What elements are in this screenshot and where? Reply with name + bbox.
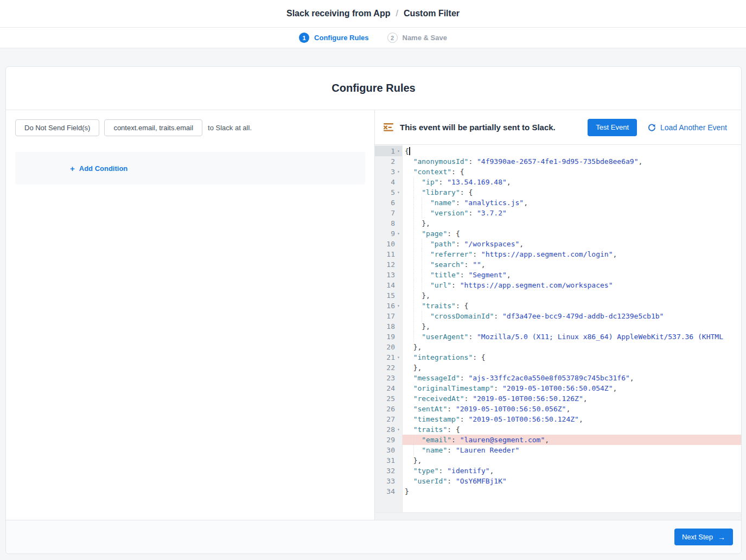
code-line[interactable]: { [403,146,741,156]
gutter-line-number: 18 [375,321,402,332]
event-preview-panel: This event will be partially sent to Sla… [375,110,741,520]
step-1-label: Configure Rules [314,34,368,42]
gutter-line-number[interactable]: 16▾ [375,301,402,311]
code-line[interactable]: "traits": { [403,424,741,435]
load-another-event-button[interactable]: Load Another Event [648,123,727,132]
gutter-line-number[interactable]: 1▾ [375,146,402,156]
code-area[interactable]: { "anonymousId": "4f9390ae-2657-4fe1-9d9… [403,145,741,512]
code-line[interactable]: "originalTimestamp": "2019-05-10T00:56:5… [403,383,741,393]
gutter-line-number: 19 [375,332,402,342]
gutter-line-number: 29 [375,435,402,445]
gutter-line-number[interactable]: 3▾ [375,167,402,177]
gutter-line-number: 14 [375,280,402,290]
gutter-line-number: 31 [375,455,402,466]
add-condition-label: Add Condition [79,164,128,173]
rule-suffix-text: to Slack at all. [208,124,252,132]
code-line-highlighted[interactable]: "email": "lauren@segment.com", [403,435,741,445]
code-line[interactable]: "title": "Segment", [403,270,741,280]
code-line[interactable]: "sentAt": "2019-05-10T00:56:50.056Z", [403,404,741,414]
code-line[interactable]: } [403,486,741,497]
load-another-event-label: Load Another Event [660,123,727,132]
rule-action-selector[interactable]: Do Not Send Field(s) [15,119,99,136]
code-line[interactable]: }, [403,342,741,352]
code-line[interactable]: "path": "/workspaces", [403,239,741,249]
json-editor[interactable]: 1▾23▾45▾6789▾10111213141516▾1718192021▾2… [375,144,741,520]
code-line[interactable]: "type": "identify", [403,466,741,476]
gutter-line-number[interactable]: 5▾ [375,187,402,198]
rule-fields-selector[interactable]: context.email, traits.email [104,119,202,136]
code-line[interactable]: }, [403,218,741,228]
status-text: This event will be partially sent to Sla… [400,123,581,132]
code-line[interactable]: "userAgent": "Mozilla/5.0 (X11; Linux x8… [403,332,741,342]
code-line[interactable]: "referrer": "https://app.segment.com/log… [403,249,741,259]
gutter-line-number: 32 [375,466,402,476]
code-line[interactable]: "receivedAt": "2019-05-10T00:56:50.126Z"… [403,393,741,404]
breadcrumb-parent[interactable]: Slack receiving from App [286,9,390,18]
breadcrumb-separator: / [396,9,398,18]
code-line[interactable]: "traits": { [403,301,741,311]
step-1-badge: 1 [299,33,309,43]
gutter-line-number: 25 [375,393,402,404]
code-line[interactable]: "anonymousId": "4f9390ae-2657-4fe1-9d95-… [403,156,741,167]
gutter-line-number: 10 [375,239,402,249]
gutter-line-number: 17 [375,311,402,321]
step-configure-rules[interactable]: 1 Configure Rules [299,33,368,43]
page-title: Configure Rules [331,82,415,94]
editor-scrollbar-track[interactable] [375,512,741,520]
gutter-line-number: 23 [375,373,402,383]
gutter-line-number: 22 [375,362,402,373]
gutter-line-number[interactable]: 9▾ [375,228,402,239]
code-line[interactable]: "userId": "OsY6MFBj1K" [403,476,741,486]
fold-arrow-icon: ▾ [395,167,402,177]
code-gutter[interactable]: 1▾23▾45▾6789▾10111213141516▾1718192021▾2… [375,145,403,512]
code-line[interactable]: }, [403,455,741,466]
code-line[interactable]: "search": "", [403,259,741,270]
code-line[interactable]: }, [403,362,741,373]
fold-arrow-icon: ▾ [395,301,402,311]
next-step-label: Next Step [682,533,713,541]
code-line[interactable]: "messageId": "ajs-33ffc2ac0a550e8f053789… [403,373,741,383]
code-line[interactable]: "page": { [403,228,741,239]
gutter-line-number: 13 [375,270,402,280]
gutter-line-number[interactable]: 28▾ [375,424,402,435]
code-line[interactable]: "context": { [403,167,741,177]
next-step-button[interactable]: Next Step → [674,529,733,545]
fold-arrow-icon: ▾ [395,352,402,362]
code-line[interactable]: "crossDomainId": "df3a47ee-bcc9-479d-add… [403,311,741,321]
gutter-line-number: 8 [375,218,402,228]
preview-header: This event will be partially sent to Sla… [375,110,741,144]
code-line[interactable]: "ip": "13.54.169.48", [403,177,741,187]
add-condition-area: + Add Condition [15,152,365,184]
step-name-save[interactable]: 2 Name & Save [387,33,447,43]
gutter-line-number: 6 [375,198,402,208]
refresh-icon [648,123,656,131]
gutter-line-number: 11 [375,249,402,259]
gutter-line-number: 15 [375,290,402,301]
code-line[interactable]: "url": "https://app.segment.com/workspac… [403,280,741,290]
step-2-label: Name & Save [403,34,447,42]
add-condition-button[interactable]: + Add Condition [70,164,127,173]
code-line[interactable]: "timestamp": "2019-05-10T00:56:50.124Z", [403,414,741,424]
fold-arrow-icon: ▾ [395,146,402,156]
gutter-line-number: 12 [375,259,402,270]
partial-filter-icon [384,123,393,131]
gutter-line-number: 24 [375,383,402,393]
gutter-line-number: 27 [375,414,402,424]
code-line[interactable]: }, [403,321,741,332]
breadcrumb: Slack receiving from App / Custom Filter [286,9,460,18]
gutter-line-number: 2 [375,156,402,167]
code-line[interactable]: "name": "Lauren Reeder" [403,445,741,455]
code-line[interactable]: }, [403,290,741,301]
code-line[interactable]: "name": "analytics.js", [403,198,741,208]
test-event-button[interactable]: Test Event [588,119,637,136]
app-header: Slack receiving from App / Custom Filter [0,0,746,28]
gutter-line-number: 7 [375,208,402,218]
gutter-line-number: 33 [375,476,402,486]
gutter-line-number[interactable]: 21▾ [375,352,402,362]
code-line[interactable]: "version": "3.7.2" [403,208,741,218]
code-lines: { "anonymousId": "4f9390ae-2657-4fe1-9d9… [403,146,741,497]
code-line[interactable]: "library": { [403,187,741,198]
code-line[interactable]: "integrations": { [403,352,741,362]
steps-bar: 1 Configure Rules 2 Name & Save [0,28,746,48]
gutter-line-number: 20 [375,342,402,352]
